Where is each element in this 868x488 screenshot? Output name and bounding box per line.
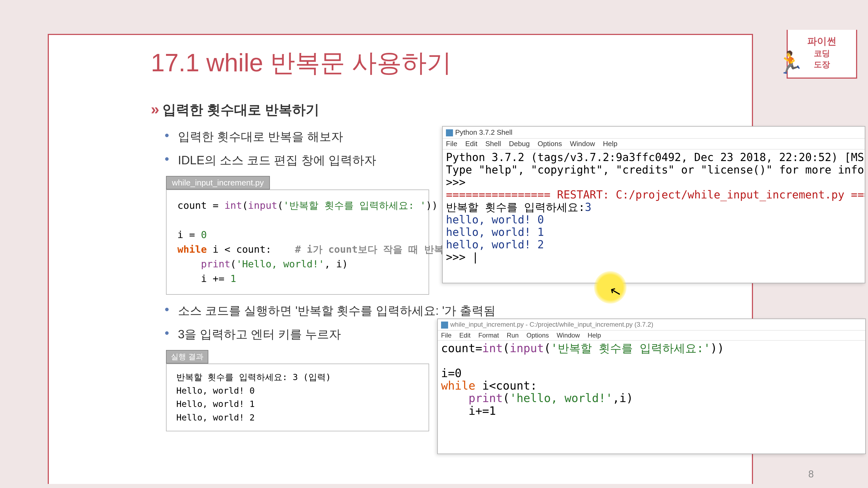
editor-titlebar[interactable]: while_input_increment.py - C:/project/wh… [438,319,865,330]
python-editor-window[interactable]: while_input_increment.py - C:/project/wh… [437,319,866,454]
slide-title: 17.1 while 반복문 사용하기 [151,46,452,80]
menu-run[interactable]: Run [507,332,519,339]
section-heading: 입력한 횟수대로 반복하기 [151,100,842,119]
editor-code[interactable]: count=int(input('반복할 횟수를 입력하세요:')) i=0 w… [438,340,865,419]
menu-options[interactable]: Options [527,332,549,339]
logo-text-1: 파이썬 [788,35,856,48]
result-tag: 실행 결과 [166,350,208,364]
menu-format[interactable]: Format [478,332,499,339]
menu-file[interactable]: File [441,332,452,339]
brand-logo: 파이썬 코딩 도장 🏃 [786,30,857,78]
python-shell-window[interactable]: Python 3.7.2 Shell File Edit Shell Debug… [442,126,865,283]
menu-help[interactable]: Help [588,332,601,339]
page-number: 8 [808,468,814,480]
python-icon [441,322,448,329]
shell-title-text: Python 3.7.2 Shell [455,128,513,136]
file-tag: while_input_increment.py [166,176,270,190]
menu-edit[interactable]: Edit [459,332,470,339]
menu-window[interactable]: Window [570,140,595,148]
shell-titlebar[interactable]: Python 3.7.2 Shell [443,127,865,138]
menu-window[interactable]: Window [557,332,580,339]
shell-output[interactable]: Python 3.7.2 (tags/v3.7.2:9a3ffc0492, De… [443,150,865,265]
bullet-3: 소스 코드를 실행하면 '반복할 횟수를 입력하세요: '가 출력됨 [178,303,842,319]
menu-edit[interactable]: Edit [465,140,477,148]
menu-options[interactable]: Options [538,140,562,148]
editor-menubar[interactable]: File Edit Format Run Options Window Help [438,330,865,340]
text-cursor: | [472,251,478,263]
running-figure-icon: 🏃 [777,50,804,75]
code-example: count = int(input('반복할 횟수를 입력하세요: ')) i … [166,190,429,295]
shell-menubar[interactable]: File Edit Shell Debug Options Window Hel… [443,138,865,150]
menu-help[interactable]: Help [603,140,617,148]
result-output: 반복할 횟수를 입력하세요: 3 (입력) Hello, world! 0 He… [166,364,429,431]
python-icon [446,129,453,136]
menu-file[interactable]: File [446,140,457,148]
menu-shell[interactable]: Shell [485,140,501,148]
menu-debug[interactable]: Debug [509,140,530,148]
editor-title-text: while_input_increment.py - C:/project/wh… [450,321,653,328]
